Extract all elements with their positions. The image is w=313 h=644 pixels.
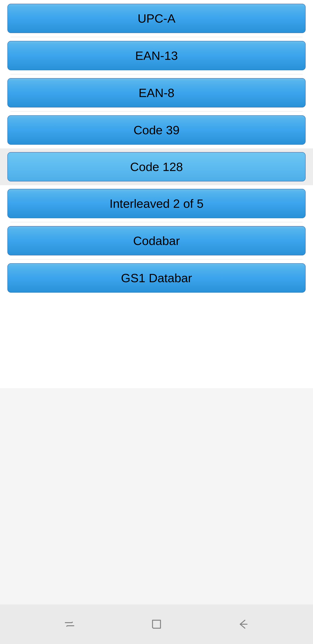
list-item: EAN-13 (0, 37, 313, 74)
list-item: GS1 Databar (0, 260, 313, 296)
back-button[interactable] (236, 616, 251, 632)
list-item: EAN-8 (0, 74, 313, 111)
barcode-type-button-code-39[interactable]: Code 39 (7, 115, 306, 145)
list-item-selected: Code 128 (0, 148, 313, 185)
barcode-type-button-upc-a[interactable]: UPC-A (7, 4, 306, 33)
barcode-type-button-code-128[interactable]: Code 128 (7, 152, 306, 182)
recent-apps-button[interactable] (62, 616, 77, 632)
home-button[interactable] (149, 616, 164, 632)
barcode-type-button-codabar[interactable]: Codabar (7, 226, 306, 256)
system-navigation-bar (0, 604, 313, 644)
barcode-type-button-ean-8[interactable]: EAN-8 (7, 78, 306, 108)
barcode-type-button-ean-13[interactable]: EAN-13 (7, 41, 306, 70)
barcode-type-button-gs1-databar[interactable]: GS1 Databar (7, 263, 306, 293)
list-item: UPC-A (0, 0, 313, 37)
list-item: Code 39 (0, 112, 313, 148)
list-item: Interleaved 2 of 5 (0, 185, 313, 222)
barcode-type-list: UPC-A EAN-13 EAN-8 Code 39 Code 128 Inte… (0, 0, 313, 296)
list-item: Codabar (0, 222, 313, 259)
empty-space (0, 388, 313, 604)
barcode-type-button-interleaved[interactable]: Interleaved 2 of 5 (7, 189, 306, 218)
